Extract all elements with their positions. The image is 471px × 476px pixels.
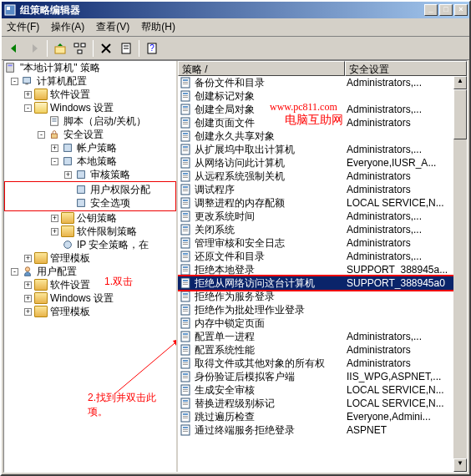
svg-rect-93 [183,306,188,308]
tree-local-policies[interactable]: - 本地策略 [4,154,176,168]
svg-rect-101 [183,333,188,335]
list-row[interactable]: 通过终端服务拒绝登录ASPNET [178,423,453,437]
tree-ip-security[interactable]: IP 安全策略，在 [4,238,176,251]
vertical-scrollbar[interactable]: ▲ ▼ [453,76,467,472]
tree-label: 计算机配置 [37,74,87,89]
list-row[interactable]: 取得文件或其他对象的所有权Administrators [178,357,453,370]
list-row[interactable]: 还原文件和目录Administrators,... [178,250,453,263]
tree-public-key[interactable]: + 公钥策略 [4,211,176,225]
policy-value: LOCAL SERVICE,N... [345,398,453,409]
policy-item-icon [180,423,193,437]
list-row[interactable]: 拒绝从网络访问这台计算机SUPPORT_388945a0 [178,276,453,290]
policy-item-icon [180,250,193,263]
list-row[interactable]: 内存中锁定页面 [178,316,453,330]
tree-account-policies[interactable]: + 帐户策略 [4,141,176,154]
expand-icon[interactable]: + [24,91,32,99]
collapse-icon[interactable]: - [38,131,45,139]
list-row[interactable]: 创建标记对象 [178,89,453,103]
tree-software2[interactable]: + 软件设置 [4,278,176,291]
list-row[interactable]: 管理审核和安全日志Administrators [178,236,453,250]
list-row[interactable]: 从网络访问此计算机Everyone,IUSR_A... [178,156,453,170]
scroll-up-button[interactable]: ▲ [453,76,467,89]
list-row[interactable]: 从远程系统强制关机Administrators [178,170,453,183]
expand-icon[interactable]: + [51,144,58,152]
list-row[interactable]: 调整进程的内存配额LOCAL SERVICE,N... [178,196,453,210]
tree-scripts[interactable]: 脚本（启动/关机） [4,114,176,128]
svg-rect-125 [183,413,188,415]
list-row[interactable]: 创建页面文件Administrators [178,116,453,129]
list-row[interactable]: 创建全局对象Administrators,... [178,103,453,116]
tree-security-options[interactable]: 安全选项 [6,196,175,210]
delete-button[interactable] [97,39,115,58]
tree-panel[interactable]: "本地计算机" 策略 - 计算机配置 + 软件设置 - Windows 设置 [4,61,178,472]
collapse-icon[interactable]: - [51,158,58,165]
policy-name: 从网络访问此计算机 [195,156,285,170]
tree-computer-config[interactable]: - 计算机配置 [4,74,176,88]
expand-icon[interactable]: + [24,255,32,262]
tree-software[interactable]: + 软件设置 [4,88,176,101]
scroll-thumb[interactable] [453,89,467,139]
list-row[interactable]: 从扩展坞中取出计算机Administrators,... [178,143,453,156]
list-row[interactable]: 配置系统性能Administrators [178,343,453,357]
expand-icon[interactable]: + [51,228,58,235]
tree-user-config[interactable]: - 用户配置 [4,265,176,278]
expand-icon[interactable]: + [24,295,32,302]
list-row[interactable]: 拒绝作为批处理作业登录 [178,303,453,316]
help-button[interactable]: ? [143,39,161,58]
collapse-icon[interactable]: - [11,78,18,85]
maximize-button[interactable]: □ [439,4,453,16]
forward-button[interactable] [25,39,43,58]
tree-security[interactable]: - 安全设置 [4,128,176,141]
show-tree-button[interactable] [71,39,89,58]
collapse-icon[interactable]: - [11,268,18,276]
list-row[interactable]: 关闭系统Administrators,... [178,223,453,236]
list-row[interactable]: 身份验证后模拟客户端IIS_WPG,ASPNET,... [178,370,453,383]
expand-icon[interactable]: + [24,281,32,289]
svg-rect-82 [183,269,188,270]
properties-button[interactable] [117,39,135,58]
tree-root[interactable]: "本地计算机" 策略 [4,61,176,74]
policy-value: Administrators,... [345,144,453,155]
tree-user-rights[interactable]: 用户权限分配 [6,183,175,196]
expand-icon[interactable]: + [64,171,72,179]
svg-rect-131 [183,431,188,432]
tree-windows2[interactable]: + Windows 设置 [4,291,176,305]
list-row[interactable]: 备份文件和目录Administrators,... [178,76,453,89]
list-row[interactable]: 创建永久共享对象 [178,129,453,143]
svg-rect-58 [183,189,188,190]
list-row[interactable]: 拒绝作为服务登录 [178,290,453,303]
tree-software-restrict[interactable]: + 软件限制策略 [4,225,176,238]
list-row[interactable]: 调试程序Administrators [178,183,453,196]
svg-rect-106 [183,349,188,350]
expand-icon[interactable]: + [24,308,32,316]
up-button[interactable] [51,39,69,58]
network-icon [61,239,74,251]
tree-admin-templates[interactable]: + 管理模板 [4,251,176,265]
list-row[interactable]: 跳过遍历检查Everyone,Admini... [178,410,453,423]
menu-action[interactable]: 操作(A) [51,20,84,34]
window-controls: _ □ × [424,4,468,16]
tree-windows-settings[interactable]: - Windows 设置 [4,101,176,114]
close-button[interactable]: × [454,4,468,16]
menu-file[interactable]: 文件(F) [7,20,39,34]
list-row[interactable]: 替换进程级别标记LOCAL SERVICE,N... [178,397,453,410]
tree-admin2[interactable]: + 管理模板 [4,305,176,318]
svg-rect-3 [74,43,78,47]
menu-help[interactable]: 帮助(H) [141,20,175,34]
list-row[interactable]: 更改系统时间Administrators,... [178,210,453,223]
list-row[interactable]: 拒绝本地登录SUPPORT_388945a... [178,263,453,276]
list-row[interactable]: 配置单一进程Administrators,... [178,330,453,343]
scroll-down-button[interactable]: ▼ [453,458,467,472]
tree-audit[interactable]: + 审核策略 [4,168,176,181]
list-row[interactable]: 生成安全审核LOCAL SERVICE,N... [178,383,453,397]
list-body[interactable]: www.pc811.com 电脑互助网 备份文件和目录Administrator… [178,76,453,472]
menu-view[interactable]: 查看(V) [96,20,129,34]
book-icon [74,184,88,195]
header-policy[interactable]: 策略 / [178,61,345,76]
svg-rect-41 [183,133,188,134]
expand-icon[interactable]: + [51,215,58,222]
minimize-button[interactable]: _ [424,4,438,16]
header-security[interactable]: 安全设置 [345,61,467,76]
collapse-icon[interactable]: - [24,104,32,112]
back-button[interactable] [5,39,23,58]
